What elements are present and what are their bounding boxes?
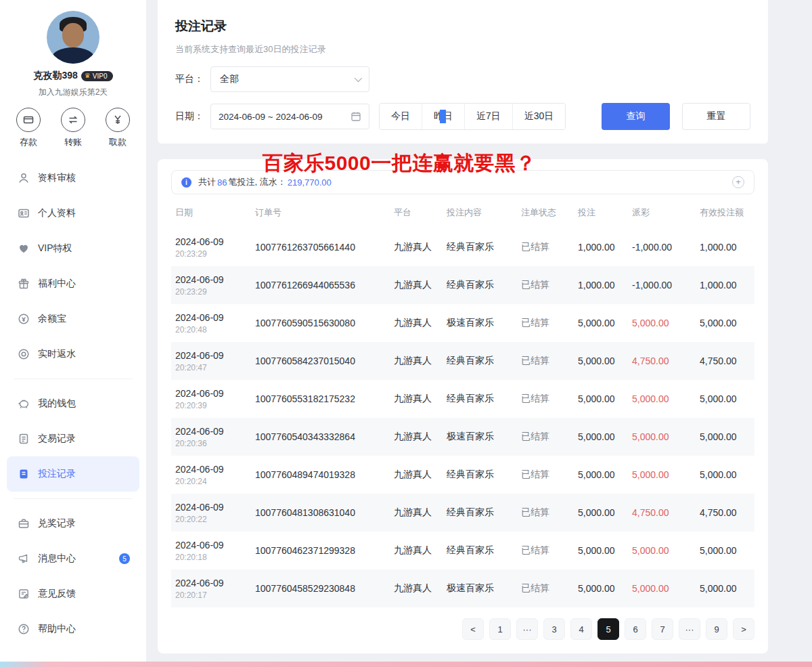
page-title: 投注记录 (175, 18, 750, 35)
bet-date: 2024-06-09 (175, 502, 255, 513)
bet-date: 2024-06-09 (175, 464, 255, 475)
sidebar-item-transactions[interactable]: 交易记录 (7, 421, 139, 456)
bet-date: 2024-06-09 (175, 540, 255, 551)
summary-middle: 笔投注, 流水： (228, 176, 286, 188)
sidebar-item-yuebao[interactable]: 余额宝 (7, 301, 139, 337)
briefcase-icon (18, 517, 30, 530)
username: 克孜勒398 (33, 70, 77, 82)
document-icon (18, 433, 30, 445)
text-selection-artifact (440, 110, 446, 123)
table-header: 日期 订单号 平台 投注内容 注单状态 投注 派彩 有效投注额 (171, 197, 754, 228)
range-yesterday-button[interactable]: 昨日 (422, 104, 464, 129)
sidebar-item-prize-records[interactable]: 兑奖记录 (7, 506, 139, 541)
transfer-button[interactable]: 转账 (61, 108, 85, 148)
column-header: 派彩 (632, 207, 700, 219)
platform-select[interactable]: 全部 (210, 66, 369, 92)
bet-time: 20:20:24 (175, 477, 255, 486)
sidebar-item-help-center[interactable]: 帮助中心 (7, 611, 139, 647)
cell-bet-content: 极速百家乐 (447, 317, 521, 329)
table-row: 2024-06-09 20:20:36 1007760540343332864 … (171, 418, 754, 456)
vip-badge: ♛VIP0 (81, 71, 113, 81)
cell-status: 已结算 (521, 393, 578, 405)
transfer-icon (61, 108, 85, 132)
page-button[interactable]: ··· (516, 618, 538, 640)
divider (14, 379, 133, 379)
bet-date: 2024-06-09 (175, 426, 255, 437)
page-button[interactable]: 5 (597, 618, 619, 640)
sidebar-item-message-center[interactable]: 消息中心 5 (7, 541, 139, 576)
sidebar-item-label: 余额宝 (38, 313, 66, 325)
avatar-shape (62, 23, 84, 47)
sidebar-item-welfare[interactable]: 福利中心 (7, 266, 139, 301)
cell-date: 2024-06-09 20:20:17 (175, 578, 255, 600)
date-range-picker[interactable]: 2024-06-09 ~ 2024-06-09 (210, 104, 369, 129)
divider (14, 498, 133, 499)
cell-status: 已结算 (521, 317, 578, 329)
cell-date: 2024-06-09 20:20:24 (175, 464, 255, 486)
cell-status: 已结算 (521, 507, 578, 519)
sidebar-item-label: VIP特权 (38, 242, 72, 255)
cell-bet-content: 经典百家乐 (447, 507, 521, 519)
person-check-icon (18, 172, 30, 184)
cell-platform: 九游真人 (394, 393, 447, 405)
sidebar-item-bet-records[interactable]: 投注记录 (7, 456, 139, 492)
sidebar: 克孜勒398 ♛VIP0 加入九游娱乐第2天 存款 转账 取款 资料审核 (0, 0, 146, 667)
bet-date: 2024-06-09 (175, 578, 255, 588)
cell-date: 2024-06-09 20:23:29 (175, 274, 255, 297)
range-today-button[interactable]: 今日 (380, 104, 422, 129)
quick-actions: 存款 转账 取款 (0, 98, 146, 151)
avatar (47, 11, 99, 64)
bet-time: 20:20:47 (175, 363, 255, 372)
page-button[interactable]: 4 (570, 618, 592, 640)
chevron-down-icon (355, 74, 362, 82)
cell-valid-amount: 5,000.00 (700, 545, 750, 556)
profile-block: 克孜勒398 ♛VIP0 加入九游娱乐第2天 (0, 0, 146, 98)
bet-time: 20:23:29 (175, 287, 255, 297)
cell-date: 2024-06-09 20:23:29 (175, 236, 255, 259)
sidebar-item-label: 实时返水 (38, 348, 76, 360)
page-button[interactable]: 6 (625, 618, 646, 640)
cell-date: 2024-06-09 20:20:48 (175, 312, 255, 335)
withdraw-button[interactable]: 取款 (106, 108, 130, 148)
page-subtitle: 当前系统支持查询最近30日的投注记录 (175, 43, 750, 56)
range-30days-button[interactable]: 近30日 (512, 104, 566, 129)
page-button[interactable]: ··· (679, 618, 700, 640)
sidebar-item-label: 意见反馈 (38, 588, 76, 600)
search-button[interactable]: 查询 (602, 103, 670, 130)
cell-order-number: 1007760489474019328 (255, 469, 394, 480)
cell-bet-amount: 5,000.00 (578, 507, 632, 518)
question-circle-icon (18, 623, 30, 635)
bet-time: 20:20:48 (175, 325, 255, 335)
range-7days-button[interactable]: 近7日 (464, 104, 512, 129)
reset-button[interactable]: 重置 (682, 103, 750, 130)
cell-platform: 九游真人 (394, 582, 447, 595)
table-row: 2024-06-09 20:23:29 1007761263705661440 … (171, 228, 754, 266)
table-row: 2024-06-09 20:20:47 1007760584237015040 … (171, 342, 754, 380)
page-button[interactable]: 1 (489, 618, 511, 640)
column-header: 平台 (394, 207, 447, 219)
cell-payout: 5,000.00 (632, 431, 700, 442)
cell-payout: 4,750.00 (632, 356, 700, 366)
cell-bet-content: 经典百家乐 (447, 241, 521, 253)
sidebar-item-wallet[interactable]: 我的钱包 (7, 386, 139, 421)
page-button[interactable]: 9 (706, 618, 727, 640)
sidebar-item-feedback[interactable]: 意见反馈 (7, 576, 139, 611)
cell-status: 已结算 (521, 431, 578, 443)
sidebar-item-label: 兑奖记录 (38, 517, 76, 530)
sidebar-item-label: 交易记录 (38, 433, 76, 445)
prev-page-button[interactable] (462, 618, 484, 640)
sidebar-item-profile-review[interactable]: 资料审核 (7, 160, 139, 196)
sidebar-item-vip[interactable]: VIP特权 (7, 231, 139, 266)
deposit-button[interactable]: 存款 (16, 108, 41, 148)
page-button[interactable]: 3 (543, 618, 565, 640)
sidebar-item-rebate[interactable]: 实时返水 (7, 337, 139, 372)
cell-bet-amount: 5,000.00 (578, 393, 632, 404)
plus-circle-icon[interactable] (732, 176, 744, 188)
column-header: 投注内容 (447, 207, 521, 219)
sidebar-item-personal-info[interactable]: 个人资料 (7, 196, 139, 231)
summary-count: 86 (217, 177, 227, 188)
bet-time: 20:20:17 (175, 590, 255, 600)
cell-date: 2024-06-09 20:20:36 (175, 426, 255, 448)
next-page-button[interactable] (733, 618, 754, 640)
page-button[interactable]: 7 (652, 618, 673, 640)
